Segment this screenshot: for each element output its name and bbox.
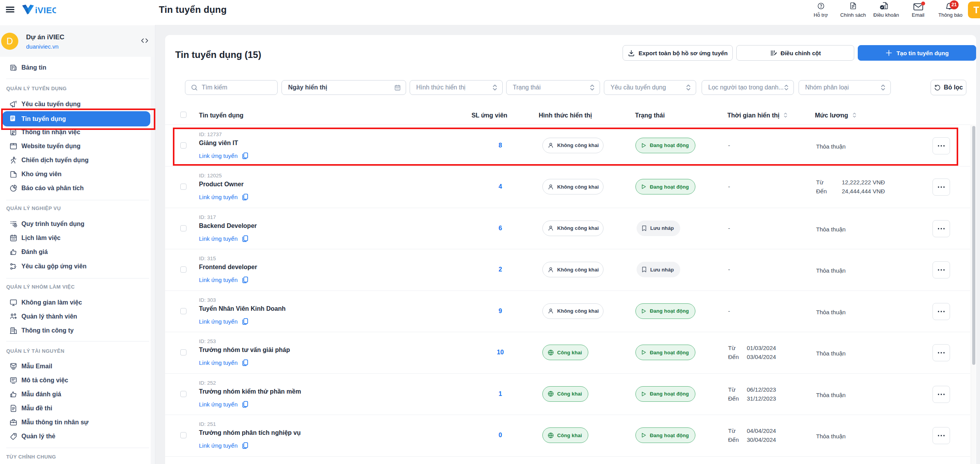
- svg-text:iVIEC: iVIEC: [35, 5, 56, 15]
